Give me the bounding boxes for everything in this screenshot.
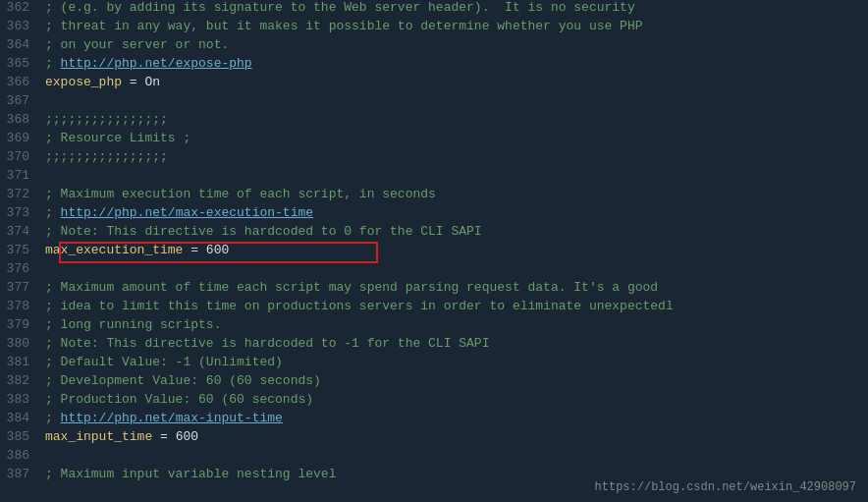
line-377: 377; Maximum amount of time each script … (0, 280, 868, 299)
line-number: 385 (0, 429, 41, 444)
line-content: ; threat in any way, but it makes it pos… (41, 19, 868, 33)
line-381: 381; Default Value: -1 (Unlimited) (0, 355, 868, 373)
line-367: 367 (0, 93, 868, 112)
line-content: ; http://php.net/max-input-time (41, 411, 868, 425)
line-content: ; Maximum execution time of each script,… (41, 187, 868, 201)
line-384: 384; http://php.net/max-input-time (0, 411, 868, 429)
line-content: ; http://php.net/expose-php (41, 56, 868, 71)
line-number: 370 (0, 149, 41, 164)
line-content: ; Production Value: 60 (60 seconds) (41, 392, 868, 407)
line-number: 371 (0, 168, 41, 183)
line-number: 368 (0, 112, 41, 127)
line-382: 382; Development Value: 60 (60 seconds) (0, 373, 868, 392)
line-number: 365 (0, 56, 41, 71)
line-content: ;;;;;;;;;;;;;;;; (41, 112, 868, 127)
line-number: 386 (0, 448, 41, 463)
line-number: 369 (0, 131, 41, 145)
line-376: 376 (0, 261, 868, 280)
line-number: 383 (0, 392, 41, 407)
line-content: ; idea to limit this time on productions… (41, 299, 868, 313)
line-number: 374 (0, 224, 41, 239)
line-content: ; http://php.net/max-execution-time (41, 205, 868, 220)
line-content: ; Note: This directive is hardcoded to 0… (41, 224, 868, 239)
line-content: ; Maximum amount of time each script may… (41, 280, 868, 295)
line-number: 384 (0, 411, 41, 425)
line-375: 375max_execution_time = 600 (0, 243, 868, 261)
line-number: 375 (0, 243, 41, 257)
line-content: max_input_time = 600 (41, 429, 868, 444)
code-editor: 362; (e.g. by adding its signature to th… (0, 0, 868, 502)
line-number: 366 (0, 75, 41, 89)
line-number: 380 (0, 336, 41, 351)
line-content: max_execution_time = 600 (41, 243, 868, 257)
line-content: ; long running scripts. (41, 317, 868, 332)
line-378: 378; idea to limit this time on producti… (0, 299, 868, 317)
line-368: 368;;;;;;;;;;;;;;;; (0, 112, 868, 131)
line-number: 379 (0, 317, 41, 332)
line-number: 381 (0, 355, 41, 369)
line-number: 373 (0, 205, 41, 220)
line-385: 385max_input_time = 600 (0, 429, 868, 448)
line-371: 371 (0, 168, 868, 187)
line-content: ; Note: This directive is hardcoded to -… (41, 336, 868, 351)
line-373: 373; http://php.net/max-execution-time (0, 205, 868, 224)
line-362: 362; (e.g. by adding its signature to th… (0, 0, 868, 19)
line-386: 386 (0, 448, 868, 467)
line-content: ; Maximum input variable nesting level (41, 467, 868, 481)
line-380: 380; Note: This directive is hardcoded t… (0, 336, 868, 355)
line-number: 387 (0, 467, 41, 481)
line-372: 372; Maximum execution time of each scri… (0, 187, 868, 205)
line-content: ; on your server or not. (41, 37, 868, 52)
line-379: 379; long running scripts. (0, 317, 868, 336)
line-content: ; Resource Limits ; (41, 131, 868, 145)
line-content: expose_php = On (41, 75, 868, 89)
line-content: ; (e.g. by adding its signature to the W… (41, 0, 868, 15)
line-370: 370;;;;;;;;;;;;;;;; (0, 149, 868, 168)
line-363: 363; threat in any way, but it makes it … (0, 19, 868, 37)
line-number: 363 (0, 19, 41, 33)
line-366: 366expose_php = On (0, 75, 868, 93)
line-number: 364 (0, 37, 41, 52)
line-content: ; Default Value: -1 (Unlimited) (41, 355, 868, 369)
line-number: 378 (0, 299, 41, 313)
line-content: ; Development Value: 60 (60 seconds) (41, 373, 868, 388)
line-374: 374; Note: This directive is hardcoded t… (0, 224, 868, 243)
line-369: 369; Resource Limits ; (0, 131, 868, 149)
line-number: 362 (0, 0, 41, 15)
watermark: https://blog.csdn.net/weixin_42908097 (595, 480, 856, 494)
line-365: 365; http://php.net/expose-php (0, 56, 868, 75)
line-number: 382 (0, 373, 41, 388)
line-number: 367 (0, 93, 41, 108)
line-content: ;;;;;;;;;;;;;;;; (41, 149, 868, 164)
line-383: 383; Production Value: 60 (60 seconds) (0, 392, 868, 411)
line-number: 372 (0, 187, 41, 201)
line-364: 364; on your server or not. (0, 37, 868, 56)
line-number: 376 (0, 261, 41, 276)
line-number: 377 (0, 280, 41, 295)
